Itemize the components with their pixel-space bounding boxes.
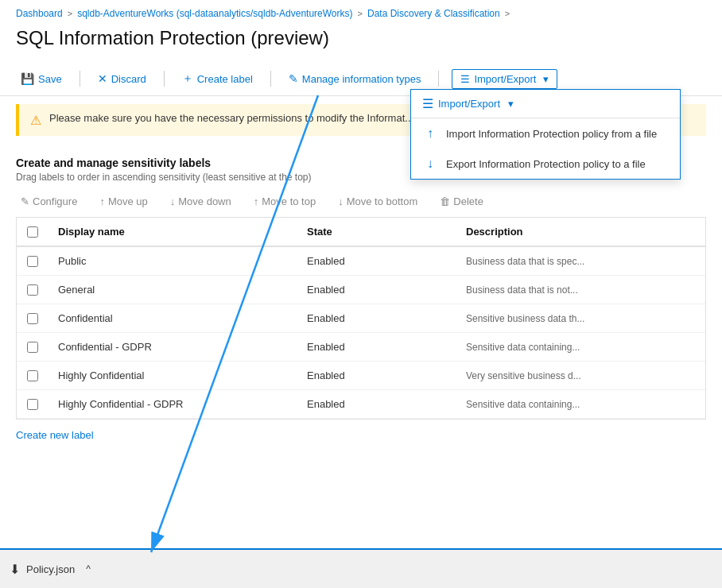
save-button[interactable]: 💾 Save <box>16 69 67 88</box>
row-name-4: Highly Confidential <box>49 362 297 389</box>
toolbar-sep-2 <box>164 71 165 87</box>
move-up-icon: ↑ <box>99 195 105 207</box>
row-checkbox-4[interactable] <box>27 370 38 381</box>
move-down-button[interactable]: ↓ Move down <box>165 192 236 211</box>
row-state-5: Enabled <box>297 390 456 418</box>
configure-label: Configure <box>33 195 77 207</box>
row-checkbox-0[interactable] <box>27 256 38 267</box>
import-policy-item[interactable]: ↑ Import Information Protection policy f… <box>411 118 680 149</box>
row-state-1: Enabled <box>297 276 456 304</box>
create-new-label-link[interactable]: Create new label <box>0 420 110 451</box>
move-to-top-label: Move to top <box>262 195 316 207</box>
breadcrumb-sep-2: > <box>358 9 363 18</box>
row-checkbox-2[interactable] <box>27 313 38 324</box>
dropdown-chevron-icon: ▾ <box>508 98 514 110</box>
move-down-label: Move down <box>178 195 231 207</box>
row-state-3: Enabled <box>297 333 456 361</box>
discard-label: Discard <box>111 73 146 85</box>
row-state-4: Enabled <box>297 362 456 389</box>
row-name-2: Confidential <box>49 304 297 332</box>
row-desc-4: Very sensitive business d... <box>456 362 705 389</box>
row-name-5: Highly Confidential - GDPR <box>49 390 297 418</box>
action-bar: ✎ Configure ↑ Move up ↓ Move down ↑ Move… <box>0 186 722 217</box>
table-row[interactable]: General Enabled Business data that is no… <box>17 276 705 304</box>
create-label-text: Create label <box>197 73 253 85</box>
dropdown-title: Import/Export <box>438 98 500 110</box>
table-row[interactable]: Highly Confidential Enabled Very sensiti… <box>17 362 705 390</box>
move-to-bottom-button[interactable]: ↓ Move to bottom <box>333 192 422 211</box>
row-checkbox-3[interactable] <box>27 342 38 353</box>
manage-label: Manage information types <box>302 73 421 85</box>
warning-text: Please make sure you have the necessary … <box>49 112 413 124</box>
row-checkbox-1[interactable] <box>27 284 38 296</box>
move-to-top-button[interactable]: ↑ Move to top <box>249 192 320 211</box>
export-label: Export Information Protection policy to … <box>446 158 646 170</box>
import-export-dropdown: ☰ Import/Export ▾ ↑ Import Information P… <box>410 89 681 180</box>
warning-icon: ⚠ <box>30 113 41 128</box>
save-label: Save <box>38 73 62 85</box>
row-checkbox-5[interactable] <box>27 399 38 410</box>
import-icon: ↑ <box>422 126 438 141</box>
row-state-0: Enabled <box>297 247 456 275</box>
import-export-label: Import/Export <box>474 73 536 85</box>
create-label-button[interactable]: ＋ Create label <box>177 68 258 89</box>
table-row[interactable]: Confidential - GDPR Enabled Sensitive da… <box>17 333 705 362</box>
col-header-desc: Description <box>456 218 705 246</box>
row-desc-1: Business data that is not... <box>456 277 705 304</box>
breadcrumb-sep-1: > <box>68 9 72 18</box>
row-state-2: Enabled <box>297 304 456 332</box>
row-desc-5: Sensitive data containing... <box>456 391 705 418</box>
breadcrumb-dashboard[interactable]: Dashboard <box>16 8 63 19</box>
row-name-0: Public <box>49 247 297 275</box>
chevron-down-icon: ▾ <box>543 73 549 85</box>
breadcrumb-discovery[interactable]: Data Discovery & Classification <box>367 8 500 19</box>
labels-table: Display name State Description Public En… <box>16 217 706 420</box>
col-header-state: State <box>297 218 456 246</box>
delete-button[interactable]: 🗑 Delete <box>435 192 488 211</box>
bottom-bar: ⬇ Policy.json ^ <box>0 548 722 588</box>
table-header: Display name State Description <box>17 218 705 247</box>
select-all-checkbox[interactable] <box>27 226 38 238</box>
discard-button[interactable]: ✕ Discard <box>93 69 151 88</box>
filename-label: Policy.json <box>26 563 75 575</box>
discard-icon: ✕ <box>98 72 107 85</box>
configure-button[interactable]: ✎ Configure <box>16 192 82 211</box>
move-to-top-icon: ↑ <box>254 195 259 207</box>
move-to-bottom-label: Move to bottom <box>347 195 418 207</box>
delete-label: Delete <box>453 195 483 207</box>
export-icon: ↓ <box>422 157 438 171</box>
table-row[interactable]: Public Enabled Business data that is spe… <box>17 247 705 276</box>
row-name-1: General <box>49 276 297 304</box>
row-desc-3: Sensitive data containing... <box>456 334 705 361</box>
toolbar-sep-4 <box>438 71 439 87</box>
dropdown-menu-icon: ☰ <box>422 96 433 111</box>
row-desc-2: Sensitive business data th... <box>456 305 705 332</box>
delete-icon: 🗑 <box>440 195 450 207</box>
export-policy-item[interactable]: ↓ Export Information Protection policy t… <box>411 149 680 179</box>
move-up-label: Move up <box>108 195 148 207</box>
toolbar-sep-1 <box>80 71 80 87</box>
col-header-name: Display name <box>49 218 297 246</box>
import-label: Import Information Protection policy fro… <box>446 128 657 140</box>
plus-icon: ＋ <box>182 72 193 86</box>
configure-icon: ✎ <box>21 195 29 207</box>
manage-info-types-button[interactable]: ✎ Manage information types <box>284 69 426 88</box>
import-export-button[interactable]: ☰ Import/Export ▾ <box>452 69 557 89</box>
page-title: SQL Information Protection (preview) <box>0 24 722 62</box>
row-name-3: Confidential - GDPR <box>49 333 297 361</box>
chevron-up-icon[interactable]: ^ <box>86 563 91 574</box>
row-desc-0: Business data that is spec... <box>456 248 705 275</box>
breadcrumb: Dashboard > sqldb-AdventureWorks (sql-da… <box>0 0 722 24</box>
pencil-icon: ✎ <box>289 72 298 85</box>
move-up-button[interactable]: ↑ Move up <box>95 192 152 211</box>
import-export-icon: ☰ <box>460 73 470 85</box>
table-row[interactable]: Confidential Enabled Sensitive business … <box>17 304 705 333</box>
breadcrumb-sep-3: > <box>505 9 510 18</box>
toolbar-sep-3 <box>270 71 271 87</box>
move-down-icon: ↓ <box>170 195 176 207</box>
file-download-icon: ⬇ <box>10 562 20 577</box>
table-row[interactable]: Highly Confidential - GDPR Enabled Sensi… <box>17 390 705 419</box>
save-icon: 💾 <box>21 72 34 85</box>
breadcrumb-sqldb[interactable]: sqldb-AdventureWorks (sql-dataanalytics/… <box>77 8 352 19</box>
dropdown-header: ☰ Import/Export ▾ <box>411 90 680 118</box>
